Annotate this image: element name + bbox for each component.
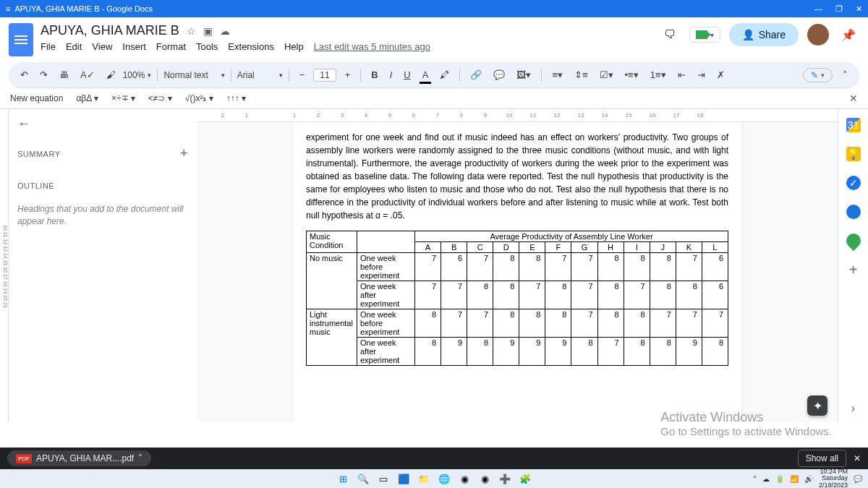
increase-font-button[interactable]: +	[341, 67, 355, 83]
outline-hint: Headings that you add to the document wi…	[17, 203, 188, 228]
contacts-icon[interactable]: 👤	[846, 205, 861, 219]
arrows-dropdown[interactable]: ↑↑↑ ▾	[226, 93, 246, 103]
maps-icon[interactable]	[843, 231, 863, 251]
file-explorer-icon[interactable]: 📁	[418, 473, 430, 484]
relations-dropdown[interactable]: <≠⊃ ▾	[148, 93, 172, 103]
pin-icon[interactable]: 📌	[838, 24, 859, 46]
docs-header: APUYA, GHIA MARIE B ☆ ▣ ☁ File Edit View…	[0, 17, 868, 56]
side-panel-rail: 31 💡 ✓ 👤 + ›	[838, 109, 868, 422]
font-dropdown[interactable]: Arial▾	[237, 70, 283, 80]
paragraph-style-dropdown[interactable]: Normal text▾	[163, 70, 224, 80]
last-edit-link[interactable]: Last edit was 5 minutes ago	[314, 41, 430, 52]
system-clock[interactable]: 10:24 PM Saturday 2/18/2023	[819, 468, 848, 488]
italic-button[interactable]: I	[386, 67, 397, 83]
start-button[interactable]: ⊞	[337, 473, 349, 484]
onedrive-icon[interactable]: ☁	[762, 475, 770, 483]
line-spacing-button[interactable]: ⇕≡	[570, 67, 592, 83]
menu-view[interactable]: View	[92, 41, 112, 52]
menu-help[interactable]: Help	[284, 41, 304, 52]
show-all-downloads-button[interactable]: Show all	[798, 450, 846, 467]
close-equation-bar-button[interactable]: ✕	[849, 93, 858, 104]
star-icon[interactable]: ☆	[187, 25, 196, 37]
zoom-dropdown[interactable]: 100%▾	[123, 70, 152, 80]
tasks-icon[interactable]: ✓	[846, 176, 861, 190]
align-button[interactable]: ≡▾	[548, 67, 567, 83]
outline-back-button[interactable]: ←	[17, 116, 30, 132]
chrome-canary-icon[interactable]: ◉	[479, 473, 490, 484]
document-title[interactable]: APUYA, GHIA MARIE B	[41, 23, 179, 38]
paragraph-text[interactable]: experiment for one week and find out if …	[306, 131, 728, 222]
paint-format-button[interactable]: 🖌	[102, 67, 120, 83]
spellcheck-button[interactable]: A✓	[76, 67, 99, 83]
clear-formatting-button[interactable]: ✗	[712, 67, 729, 83]
undo-button[interactable]: ↶	[16, 67, 33, 83]
download-chip[interactable]: PDF APUYA, GHIA MAR....pdf ˄	[7, 450, 151, 466]
get-addons-icon[interactable]: +	[846, 262, 861, 277]
menu-insert[interactable]: Insert	[122, 41, 146, 52]
menu-bar: File Edit View Insert Format Tools Exten…	[41, 41, 659, 52]
redo-button[interactable]: ↷	[35, 67, 52, 83]
outline-panel: ← SUMMARY + OUTLINE Headings that you ad…	[9, 109, 197, 422]
cloud-status-icon[interactable]: ☁	[220, 25, 230, 37]
notifications-icon[interactable]: 💬	[854, 475, 862, 483]
account-avatar[interactable]	[807, 24, 829, 46]
tray-chevron-icon[interactable]: ˄	[753, 475, 757, 483]
meet-button[interactable]: ▾	[689, 27, 720, 43]
search-button[interactable]: 🔍	[357, 473, 369, 484]
greek-letters-dropdown[interactable]: αβΔ ▾	[76, 93, 98, 103]
explore-fab[interactable]: ✦	[807, 395, 827, 416]
add-comment-button[interactable]: 💬	[489, 67, 509, 83]
task-view-button[interactable]: ▭	[378, 473, 389, 484]
docs-logo[interactable]	[9, 23, 33, 56]
keep-icon[interactable]: 💡	[846, 147, 861, 161]
collapse-side-panel-button[interactable]: ›	[851, 402, 855, 415]
document-page[interactable]: experiment for one week and find out if …	[293, 122, 741, 422]
menu-edit[interactable]: Edit	[66, 41, 82, 52]
edge-icon[interactable]: 🌐	[438, 473, 450, 484]
checklist-button[interactable]: ☑▾	[595, 67, 618, 83]
highlight-button[interactable]: 🖍	[435, 67, 454, 83]
new-equation-button[interactable]: New equation	[10, 93, 63, 103]
font-size-input[interactable]: 11	[313, 69, 336, 82]
window-maximize-icon[interactable]: ❐	[835, 4, 843, 14]
productivity-table[interactable]: Music ConditionAverage Productivity of A…	[306, 231, 728, 366]
math-ops-dropdown[interactable]: √()x²₃ ▾	[185, 93, 213, 103]
menu-format[interactable]: Format	[156, 41, 186, 52]
text-color-button[interactable]: A	[418, 67, 433, 83]
numbered-list-button[interactable]: 1≡▾	[646, 67, 671, 83]
share-button[interactable]: 👤Share	[729, 23, 799, 46]
window-minimize-icon[interactable]: —	[814, 4, 822, 14]
insert-image-button[interactable]: 🖼▾	[512, 67, 535, 83]
menu-file[interactable]: File	[41, 41, 56, 52]
chrome-icon[interactable]: ◉	[459, 473, 470, 484]
insert-link-button[interactable]: 🔗	[466, 67, 486, 83]
app-icon[interactable]: ➕	[499, 473, 511, 484]
move-icon[interactable]: ▣	[203, 25, 213, 37]
underline-button[interactable]: U	[399, 67, 414, 83]
comment-history-icon[interactable]: 🗨	[659, 24, 681, 46]
operators-dropdown[interactable]: ×÷∓ ▾	[111, 93, 135, 103]
close-download-bar-button[interactable]: ✕	[854, 453, 861, 463]
calendar-icon[interactable]: 31	[846, 118, 861, 132]
summary-label: SUMMARY	[17, 150, 61, 158]
wifi-icon[interactable]: 📶	[790, 475, 799, 483]
menu-extensions[interactable]: Extensions	[228, 41, 274, 52]
widgets-button[interactable]: 🟦	[398, 473, 409, 484]
collapse-toolbar-button[interactable]: ˄	[838, 67, 852, 83]
bold-button[interactable]: B	[367, 67, 382, 83]
increase-indent-button[interactable]: ⇥	[693, 67, 710, 83]
person-icon: 👤	[742, 29, 754, 40]
bulleted-list-button[interactable]: •≡▾	[621, 67, 643, 83]
print-button[interactable]: 🖶	[55, 67, 73, 83]
document-canvas[interactable]: 21123456789101112131415161718 experiment…	[197, 109, 838, 422]
app-icon-2[interactable]: 🧩	[519, 473, 531, 484]
volume-icon[interactable]: 🔊	[804, 475, 813, 483]
menu-tools[interactable]: Tools	[196, 41, 218, 52]
add-summary-button[interactable]: +	[180, 146, 188, 161]
decrease-font-button[interactable]: −	[295, 67, 310, 83]
vertical-ruler: 10 11 12 13 14 15 16 17 18 19 20 21	[0, 109, 9, 422]
decrease-indent-button[interactable]: ⇤	[673, 67, 690, 83]
battery-icon[interactable]: 🔋	[775, 475, 784, 483]
editing-mode-button[interactable]: ✎ ▾	[803, 68, 833, 82]
window-close-icon[interactable]: ✕	[856, 4, 862, 14]
